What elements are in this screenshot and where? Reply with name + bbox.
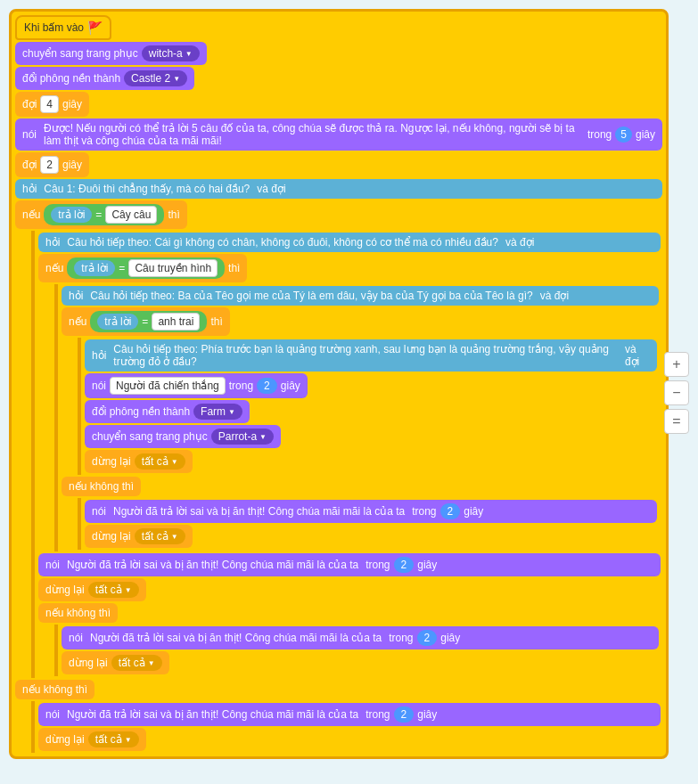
zoom-reset-icon: = bbox=[672, 413, 680, 429]
ask2-label: hỏi bbox=[45, 236, 60, 249]
else2-label-row: nếu không thì bbox=[38, 603, 661, 623]
stop1-value: tất cả bbox=[142, 455, 168, 468]
stop1-row: dừng lại tất cả ▼ bbox=[85, 450, 657, 473]
zoom-minus-icon: − bbox=[672, 385, 680, 401]
else1-number[interactable]: 2 bbox=[440, 503, 461, 519]
stop3-dropdown[interactable]: tất cả ▼ bbox=[88, 582, 139, 598]
ask2-block[interactable]: hỏi Câu hỏi tiếp theo: Cái gì không có c… bbox=[38, 233, 661, 252]
backdrop-label: đổi phông nền thành bbox=[22, 72, 120, 85]
event-block[interactable]: Khi bấm vào 🚩 bbox=[15, 15, 111, 40]
else2-label: nếu không thì bbox=[45, 607, 111, 619]
farm-dropdown[interactable]: Farm ▼ bbox=[193, 404, 242, 420]
wait2-number[interactable]: 2 bbox=[40, 156, 59, 174]
stop2-dropdown[interactable]: tất cả ▼ bbox=[135, 528, 185, 544]
else3-number[interactable]: 2 bbox=[394, 706, 415, 723]
if1-block[interactable]: nếu trả lời = Cây câu thì bbox=[15, 200, 187, 229]
else3-say-block[interactable]: nói Người đã trả lời sai và bị ăn thịt! … bbox=[38, 703, 661, 726]
wait2-row: đợi 2 giây bbox=[15, 152, 662, 177]
wait2-unit: giây bbox=[62, 159, 82, 171]
main-block-group: Khi bấm vào 🚩 chuyển sang trang phục wit… bbox=[9, 9, 669, 759]
tra-loi-1: trả lời bbox=[51, 207, 92, 223]
ask2-row: hỏi Câu hỏi tiếp theo: Cái gì không có c… bbox=[38, 233, 661, 252]
if1-body: hỏi Câu hỏi tiếp theo: Cái gì không có c… bbox=[31, 231, 662, 678]
else2-number[interactable]: 2 bbox=[417, 630, 438, 646]
say2-unit: giây bbox=[417, 559, 437, 571]
backdrop-farm-block[interactable]: đổi phông nền thành Farm ▼ bbox=[85, 400, 250, 423]
stop1-dropdown[interactable]: tất cả ▼ bbox=[135, 453, 185, 470]
ask3-label: hỏi bbox=[69, 290, 83, 302]
stop4-label: dừng lại bbox=[69, 657, 108, 669]
stop1-arrow-icon: ▼ bbox=[171, 458, 178, 466]
condition3-block: trả lời = anh trai bbox=[90, 311, 207, 332]
costume-dropdown[interactable]: witch-a ▼ bbox=[142, 45, 200, 61]
stop4-block[interactable]: dừng lại tất cả ▼ bbox=[62, 651, 169, 674]
ask1-block[interactable]: hỏi Câu 1: Đuôi thì chẳng thấy, mà có ha… bbox=[15, 179, 662, 199]
else3-unit: giây bbox=[417, 708, 437, 721]
say2-block[interactable]: nói Người đã trả lời sai và bị ăn thịt! … bbox=[38, 553, 661, 576]
stop3-block[interactable]: dừng lại tất cả ▼ bbox=[38, 578, 146, 601]
stop4-dropdown[interactable]: tất cả ▼ bbox=[111, 655, 162, 671]
costume-parrot-block[interactable]: chuyển sang trang phục Parrot-a ▼ bbox=[85, 425, 281, 448]
win-say-block[interactable]: nói Người đã chiến thắng trong 2 giây bbox=[85, 373, 308, 398]
eq3: = bbox=[142, 315, 148, 328]
stop5-block[interactable]: dừng lại tất cả ▼ bbox=[38, 728, 146, 751]
eq1: = bbox=[95, 208, 102, 221]
if2-label: nếu bbox=[45, 262, 63, 274]
else3-say-label: nói bbox=[45, 708, 60, 721]
backdrop-row: đổi phông nền thành Castle 2 ▼ bbox=[15, 67, 662, 90]
say2-text: Người đã trả lời sai và bị ăn thịt! Công… bbox=[67, 559, 358, 571]
stop4-value: tất cả bbox=[119, 657, 145, 669]
say1-label: nói bbox=[22, 128, 37, 141]
wait2-block[interactable]: đợi 2 giây bbox=[15, 152, 89, 177]
say1-number[interactable]: 5 bbox=[615, 127, 632, 143]
backdrop-dropdown[interactable]: Castle 2 ▼ bbox=[124, 70, 187, 86]
costume-row: chuyển sang trang phục witch-a ▼ bbox=[15, 42, 662, 65]
say1-row: nói Được! Nếu người có thể trả lời 5 câu… bbox=[15, 118, 662, 151]
say1-block[interactable]: nói Được! Nếu người có thể trả lời 5 câu… bbox=[15, 118, 662, 151]
zoom-minus-button[interactable]: − bbox=[664, 380, 689, 405]
wait1-unit: giây bbox=[62, 98, 82, 110]
ask3-block[interactable]: hỏi Câu hỏi tiếp theo: Ba của Têo gọi me… bbox=[62, 286, 659, 306]
if3-body: hỏi Câu hỏi tiếp theo: Phía trước bạn là… bbox=[78, 338, 659, 475]
if3-row: nếu trả lời = anh trai thì bbox=[62, 307, 659, 336]
else1-say-block[interactable]: nói Người đã trả lời sai và bị ăn thịt! … bbox=[85, 500, 657, 523]
stop5-dropdown[interactable]: tất cả ▼ bbox=[88, 731, 139, 747]
backdrop-farm-label: đổi phông nền thành bbox=[92, 405, 190, 418]
costume-block[interactable]: chuyển sang trang phục witch-a ▼ bbox=[15, 42, 207, 65]
win-number[interactable]: 2 bbox=[257, 378, 277, 394]
ask4-block[interactable]: hỏi Câu hỏi tiếp theo: Phía trước bạn là… bbox=[85, 339, 657, 372]
if2-then: thì bbox=[228, 262, 240, 274]
zoom-reset-button[interactable]: = bbox=[664, 409, 689, 434]
else1-say-text: Người đã trả lời sai và bị ăn thịt! Công… bbox=[113, 505, 405, 518]
wait1-number[interactable]: 4 bbox=[40, 95, 59, 113]
win-unit: giây bbox=[281, 380, 300, 392]
say2-label: nói bbox=[45, 559, 60, 571]
else2-say-label: nói bbox=[69, 632, 83, 644]
else2-say-block[interactable]: nói Người đã trả lời sai và bị ăn thịt! … bbox=[62, 626, 659, 649]
flag-icon: 🚩 bbox=[87, 20, 103, 35]
eq2: = bbox=[119, 262, 125, 274]
stop2-block[interactable]: dừng lại tất cả ▼ bbox=[85, 525, 193, 548]
backdrop-block[interactable]: đổi phông nền thành Castle 2 ▼ bbox=[15, 67, 194, 90]
ask1-text: Câu 1: Đuôi thì chẳng thấy, mà có hai đầ… bbox=[44, 183, 250, 195]
if2-block[interactable]: nếu trả lời = Câu truyền hình thì bbox=[38, 254, 247, 282]
ask3-wait: và đợi bbox=[540, 290, 569, 302]
condition1-block: trả lời = Cây câu bbox=[44, 204, 164, 225]
else3-trong: trong bbox=[365, 708, 390, 721]
say2-trong: trong bbox=[365, 559, 390, 571]
ask1-row: hỏi Câu 1: Đuôi thì chẳng thấy, mà có ha… bbox=[15, 179, 662, 199]
win-text: Người đã chiến thắng bbox=[110, 377, 226, 395]
tra-loi-3: trả lời bbox=[97, 314, 138, 330]
stop3-label: dừng lại bbox=[45, 584, 85, 596]
parrot-dropdown[interactable]: Parrot-a ▼ bbox=[211, 429, 274, 445]
farm-value: Farm bbox=[201, 405, 226, 418]
if3-block[interactable]: nếu trả lời = anh trai thì bbox=[62, 307, 230, 336]
else3-label-row: nếu không thì bbox=[15, 680, 662, 699]
stop3-value: tất cả bbox=[95, 584, 122, 596]
if1-row: nếu trả lời = Cây câu thì bbox=[15, 200, 662, 229]
zoom-plus-button[interactable]: + bbox=[664, 352, 689, 377]
say2-number[interactable]: 2 bbox=[394, 557, 415, 573]
wait1-block[interactable]: đợi 4 giây bbox=[15, 92, 89, 117]
stop1-block[interactable]: dừng lại tất cả ▼ bbox=[85, 450, 193, 473]
ask3-row: hỏi Câu hỏi tiếp theo: Ba của Têo gọi me… bbox=[62, 286, 659, 306]
